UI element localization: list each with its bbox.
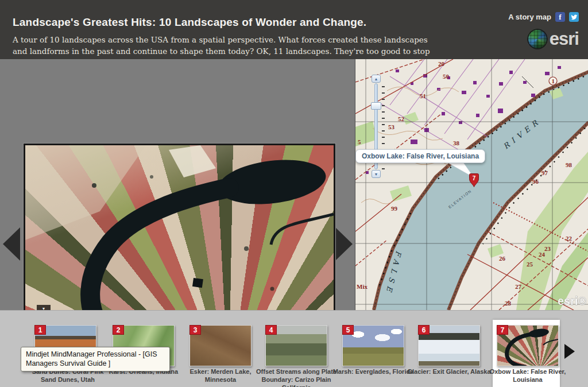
map-number: 38 bbox=[453, 140, 460, 146]
header: Landscape's Greatest Hits: 10 Landscapes… bbox=[0, 0, 588, 59]
previous-image-button[interactable] bbox=[3, 227, 20, 261]
thumbnail-badge: 2 bbox=[113, 325, 124, 335]
esri-logo[interactable]: esri bbox=[527, 29, 579, 49]
thumbnail-item-5[interactable]: 5 bbox=[342, 325, 404, 366]
map-number: 22 bbox=[566, 235, 572, 242]
thumbnail-label[interactable]: Offset Streams along Plate Boundary: Car… bbox=[254, 368, 339, 387]
story-map-app: Landscape's Greatest Hits: 10 Landscapes… bbox=[0, 0, 588, 387]
map-marker-7[interactable]: 7 bbox=[469, 173, 479, 188]
next-image-button[interactable] bbox=[335, 227, 353, 261]
map-callout[interactable]: Oxbow Lake: False River, Louisiana bbox=[355, 149, 485, 163]
map-number: 96 bbox=[532, 178, 539, 185]
map-number: 98 bbox=[566, 161, 572, 168]
map-number: 99 bbox=[391, 205, 398, 212]
map-number: 25 bbox=[527, 261, 533, 268]
map-number: 27 bbox=[515, 283, 522, 290]
thumbnail-label[interactable]: Glacier: Exit Glacier, Alaska bbox=[407, 368, 492, 376]
map-number: 52 bbox=[398, 115, 405, 122]
map-number: 50 bbox=[443, 73, 450, 80]
thumbnail-label[interactable]: Oxbow Lake: False River, Louisiana bbox=[485, 368, 570, 384]
esri-logo-text: esri bbox=[550, 29, 579, 49]
marker-number: 7 bbox=[473, 175, 476, 181]
thumbnail-item-4[interactable]: 4 bbox=[265, 325, 327, 366]
map-number: 28 bbox=[505, 300, 512, 307]
thumbnail-item-6[interactable]: 6 bbox=[418, 325, 480, 366]
map-number: 53 bbox=[388, 123, 395, 130]
map-number: 23 bbox=[544, 245, 551, 252]
window-tooltip: Mindjet MindManager Professional - [GIS … bbox=[21, 347, 170, 371]
thumbnail-badge: 7 bbox=[497, 325, 508, 335]
thumbnail-badge: 3 bbox=[189, 325, 201, 335]
thumbnail-badge: 5 bbox=[342, 325, 354, 335]
page-title: Landscape's Greatest Hits: 10 Landscapes… bbox=[13, 16, 366, 29]
carousel-next-button[interactable] bbox=[564, 344, 575, 359]
twitter-bird-icon bbox=[570, 13, 578, 21]
map-label-mix: Mix bbox=[357, 283, 368, 290]
image-viewer-panel: ▼ Oxbow Lake: False River, Louisiana Wha… bbox=[0, 59, 355, 310]
thumbnail-badge: 1 bbox=[34, 325, 46, 335]
map-number: 26 bbox=[499, 255, 506, 262]
thumbnail-label[interactable]: Marsh: Everglades, Florida bbox=[331, 368, 416, 376]
thumbnail-item-3[interactable]: 3 bbox=[189, 325, 252, 366]
map-number: 97 bbox=[541, 169, 548, 176]
thumbnail-item-7[interactable]: 7 bbox=[497, 325, 559, 366]
zoom-in-button[interactable]: ▲ bbox=[372, 75, 381, 83]
thumbnail-badge: 4 bbox=[265, 325, 277, 335]
map-highway-shield: 1 bbox=[552, 78, 555, 84]
map-number: 24 bbox=[539, 251, 546, 258]
map-pin-icon: 7 bbox=[469, 173, 479, 188]
globe-icon bbox=[527, 29, 548, 49]
map-number: 5 bbox=[358, 138, 361, 145]
story-map-label: A story map bbox=[508, 13, 551, 21]
map-zoom-slider: ▲ ▼ bbox=[369, 75, 384, 179]
zoom-out-button[interactable]: ▼ bbox=[372, 170, 381, 178]
thumbnail-badge: 6 bbox=[418, 325, 430, 335]
map-watermark: esri® bbox=[558, 295, 587, 307]
topo-map-panel[interactable]: 1 20 50 51 52 53 5 38 99 98 97 96 22 23 … bbox=[355, 59, 588, 310]
map-number: 20 bbox=[438, 60, 445, 67]
map-number: 51 bbox=[420, 92, 426, 99]
thumbnail-label[interactable]: Esker: Merden Lake, Minnesota bbox=[178, 368, 263, 384]
zoom-handle[interactable] bbox=[371, 102, 381, 110]
facebook-icon[interactable]: f bbox=[555, 12, 565, 22]
twitter-icon[interactable] bbox=[569, 12, 579, 22]
